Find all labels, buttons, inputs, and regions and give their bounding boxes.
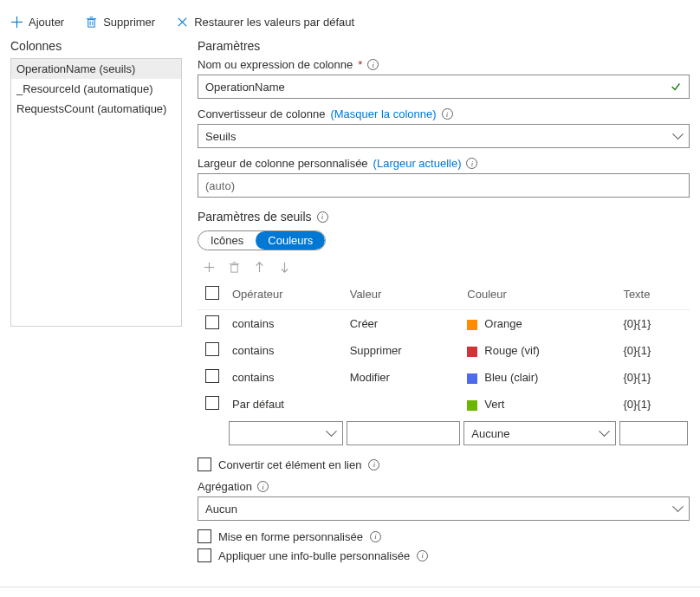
table-row[interactable]: containsModifierBleu (clair){0}{1}	[198, 364, 690, 391]
chevron-down-icon	[600, 427, 608, 440]
col-operator: Opérateur	[227, 279, 345, 310]
delete-label: Supprimer	[103, 16, 155, 29]
required-marker: *	[358, 58, 362, 71]
new-value-input[interactable]	[347, 421, 461, 445]
info-icon[interactable]: i	[317, 211, 328, 223]
col-expr-label: Nom ou expression de colonne	[198, 58, 353, 71]
info-icon[interactable]: i	[368, 459, 379, 470]
cell-value: Créer	[345, 310, 463, 338]
table-row[interactable]: containsCréerOrange{0}{1}	[198, 310, 690, 338]
cell-value	[345, 391, 463, 418]
table-row[interactable]: Par défautVert{0}{1}	[198, 391, 690, 418]
color-swatch	[467, 400, 477, 411]
tab-icons[interactable]: Icônes	[198, 231, 256, 250]
delete-button[interactable]: Supprimer	[85, 16, 155, 29]
width-label: Largeur de colonne personnalisée	[198, 157, 368, 170]
reset-button[interactable]: Restaurer les valeurs par défaut	[176, 16, 354, 29]
thresholds-title: Paramètres de seuils	[198, 210, 312, 224]
aggregation-label: Agrégation	[198, 480, 252, 493]
cell-color: Bleu (clair)	[462, 364, 618, 391]
columns-title: Colonnes	[10, 39, 182, 53]
threshold-tabs: Icônes Couleurs	[198, 230, 326, 250]
column-item[interactable]: RequestsCount (automatique)	[11, 99, 181, 119]
plus-icon[interactable]	[203, 261, 216, 274]
cell-color: Rouge (vif)	[462, 337, 618, 364]
custom-tooltip-label: Appliquer une info-bulle personnalisée	[218, 549, 410, 562]
current-width-link[interactable]: (Largeur actuelle)	[373, 157, 462, 170]
footer: Appliquer Enregistrer et fermer Annuler	[0, 587, 700, 597]
col-text: Texte	[618, 279, 690, 310]
chevron-down-icon	[327, 427, 335, 440]
info-icon[interactable]: i	[370, 531, 381, 542]
col-value: Valeur	[345, 279, 463, 310]
trash-icon[interactable]	[228, 261, 241, 274]
command-bar: Ajouter Supprimer Restaurer les valeurs …	[0, 0, 700, 39]
svg-rect-2	[88, 20, 95, 27]
new-color-select[interactable]: Aucune	[463, 421, 616, 445]
reset-label: Restaurer les valeurs par défaut	[194, 16, 354, 29]
aggregation-select[interactable]: Aucun	[198, 496, 690, 521]
cell-value: Modifier	[345, 364, 463, 391]
hide-column-link[interactable]: (Masquer la colonne)	[330, 107, 436, 120]
info-icon[interactable]: i	[257, 481, 269, 492]
add-label: Ajouter	[29, 16, 64, 29]
cell-text: {0}{1}	[618, 391, 690, 418]
width-input[interactable]: (auto)	[198, 173, 690, 198]
svg-rect-11	[231, 265, 238, 272]
color-swatch	[467, 347, 477, 357]
columns-list: OperationName (seuils) _ResourceId (auto…	[10, 58, 182, 327]
col-expr-input[interactable]: OperationName	[198, 75, 690, 99]
new-op-select[interactable]	[229, 421, 343, 445]
cell-color: Vert	[462, 391, 618, 418]
color-swatch	[467, 373, 477, 384]
info-icon[interactable]: i	[367, 59, 379, 70]
tab-colors[interactable]: Couleurs	[256, 231, 325, 250]
select-all-checkbox[interactable]	[205, 286, 219, 300]
column-item[interactable]: OperationName (seuils)	[11, 59, 181, 79]
arrow-up-icon[interactable]	[253, 261, 266, 274]
row-checkbox[interactable]	[205, 396, 219, 410]
color-swatch	[467, 320, 477, 330]
custom-tooltip-checkbox[interactable]	[198, 548, 211, 562]
converter-select[interactable]: Seuils	[198, 124, 690, 148]
cell-text: {0}{1}	[618, 364, 690, 391]
custom-format-checkbox[interactable]	[198, 529, 211, 543]
new-threshold-row: Aucune	[198, 418, 690, 449]
custom-format-label: Mise en forme personnalisée	[218, 530, 363, 543]
cell-operator: contains	[227, 337, 345, 364]
row-checkbox[interactable]	[205, 342, 219, 356]
make-link-label: Convertir cet élément en lien	[218, 458, 361, 471]
plus-icon	[10, 16, 23, 29]
cell-text: {0}{1}	[618, 310, 690, 338]
chevron-down-icon	[674, 130, 682, 143]
info-icon[interactable]: i	[417, 550, 428, 561]
table-row[interactable]: containsSupprimerRouge (vif){0}{1}	[198, 337, 690, 364]
new-text-input[interactable]	[619, 421, 688, 445]
cell-text: {0}{1}	[618, 337, 690, 364]
converter-label: Convertisseur de colonne	[198, 107, 325, 120]
info-icon[interactable]: i	[442, 108, 453, 120]
arrow-down-icon[interactable]	[278, 261, 291, 274]
close-icon	[176, 16, 189, 29]
info-icon[interactable]: i	[466, 158, 477, 169]
add-button[interactable]: Ajouter	[10, 16, 64, 29]
threshold-toolbar	[203, 261, 690, 274]
cell-operator: contains	[227, 364, 345, 391]
cell-color: Orange	[462, 310, 618, 338]
col-color: Couleur	[462, 279, 618, 310]
row-checkbox[interactable]	[205, 369, 219, 383]
cell-value: Supprimer	[345, 337, 463, 364]
column-item[interactable]: _ResourceId (automatique)	[11, 79, 181, 99]
make-link-checkbox[interactable]	[198, 457, 211, 471]
thresholds-table: Opérateur Valeur Couleur Texte containsC…	[198, 279, 690, 449]
cell-operator: Par défaut	[227, 391, 345, 418]
parameters-title: Paramètres	[198, 39, 690, 53]
chevron-down-icon	[674, 503, 682, 516]
trash-icon	[85, 16, 98, 29]
row-checkbox[interactable]	[205, 315, 219, 329]
checkmark-icon	[670, 81, 682, 93]
cell-operator: contains	[227, 310, 345, 338]
